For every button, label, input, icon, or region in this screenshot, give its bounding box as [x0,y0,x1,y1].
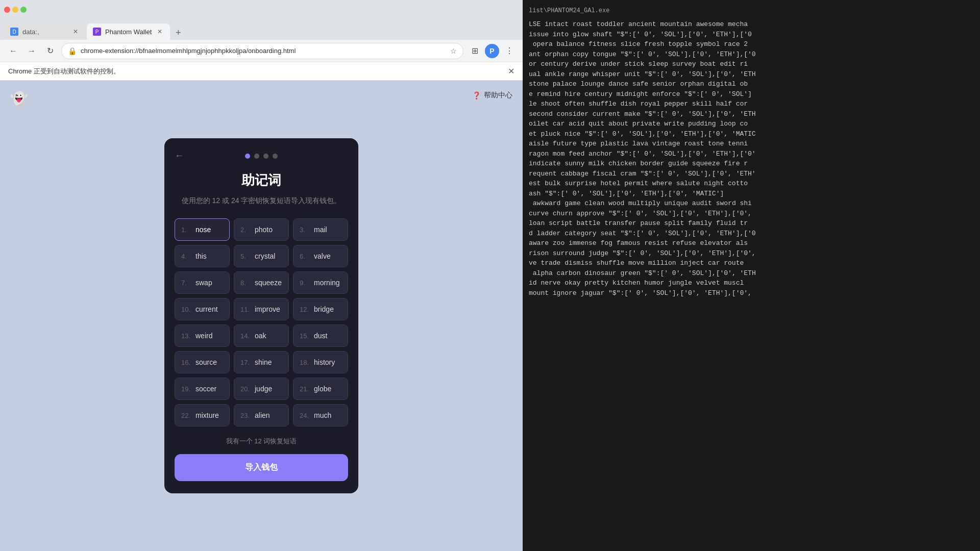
lock-icon: 🔒 [68,47,77,55]
seed-num-24: 24. [300,412,310,419]
help-center-link[interactable]: ❓ 帮助中心 [472,91,512,100]
seed-num-7: 7. [181,279,191,287]
progress-dots [245,154,278,159]
tab-phantom-favicon: P [93,28,101,36]
seed-cell-8[interactable]: 8.squeeze [234,271,289,294]
window-maximize-btn[interactable] [20,7,27,13]
seed-word-5: crystal [255,252,275,260]
seed-cell-5[interactable]: 5.crystal [234,245,289,267]
tab-phantom-close[interactable]: ✕ [156,28,164,36]
seed-cell-19[interactable]: 19.soccer [175,378,230,400]
seed-word-19: soccer [195,385,216,393]
seed-word-17: shine [255,358,272,366]
url-text: chrome-extension://bfnaelmomeimhlpmgjnjo… [81,47,446,55]
dot-4 [273,154,278,159]
forward-button[interactable]: → [24,44,39,58]
seed-cell-15[interactable]: 15.dust [293,324,348,347]
seed-cell-7[interactable]: 7.swap [175,271,230,294]
window-close-btn[interactable] [4,7,10,13]
notification-close-button[interactable]: ✕ [508,66,514,76]
seed-word-14: oak [255,332,266,340]
seed-word-10: current [195,305,218,313]
phantom-logo: 👻 [10,91,28,108]
back-button[interactable]: ← [6,44,20,58]
seed-cell-13[interactable]: 13.weird [175,324,230,347]
seed-word-7: swap [195,279,212,287]
seed-cell-1[interactable]: 1. [175,218,230,241]
extensions-button[interactable]: ⊞ [468,44,482,58]
notification-bar: Chrome 正受到自动测试软件的控制。 ✕ [0,62,523,81]
seed-cell-9[interactable]: 9.morning [293,271,348,294]
new-tab-button[interactable]: + [171,26,185,40]
title-bar [0,0,523,19]
seed-cell-3[interactable]: 3.mail [293,218,348,241]
wallet-modal: ← 助记词 使用您的 12 或 24 字密钥恢复短语导入现有钱包。 1.2.ph… [164,138,358,493]
tab-bar: D data:, ✕ P Phantom Wallet ✕ + [0,19,523,40]
seed-word-3: mail [314,226,327,234]
seed-cell-12[interactable]: 12.bridge [293,298,348,320]
tab-phantom-label: Phantom Wallet [105,28,152,36]
import-wallet-button[interactable]: 导入钱包 [175,454,348,481]
address-bar[interactable]: 🔒 chrome-extension://bfnaelmomeimhlpmgjn… [61,43,463,59]
seed-cell-4[interactable]: 4.this [175,245,230,267]
seed-num-4: 4. [181,253,191,260]
tab-data-close[interactable]: ✕ [71,28,80,36]
seed-word-16: source [195,358,217,366]
back-arrow-button[interactable]: ← [175,151,184,161]
omnibox-bar: ← → ↻ 🔒 chrome-extension://bfnaelmomeimh… [0,40,523,62]
switch-link[interactable]: 我有一个 12 词恢复短语 [175,437,348,446]
tab-data-favicon: D [10,28,18,36]
terminal-content: LSE intact roast toddler ancient mountai… [529,19,974,298]
seed-cell-22[interactable]: 22.mixture [175,404,230,427]
dot-1 [245,154,250,159]
seed-cell-24[interactable]: 24.much [293,404,348,427]
dot-2 [254,154,259,159]
seed-cell-16[interactable]: 16.source [175,351,230,373]
seed-word-21: globe [314,385,331,393]
tab-data[interactable]: D data:, ✕ [4,23,86,40]
seed-num-23: 23. [240,412,251,419]
toolbar-icons: ⊞ P ⋮ [468,44,517,58]
seed-num-6: 6. [300,253,310,260]
seed-input-1[interactable] [195,226,223,234]
seed-cell-20[interactable]: 20.judge [234,378,289,400]
seed-num-8: 8. [240,279,251,287]
seed-num-14: 14. [240,332,251,340]
seed-cell-11[interactable]: 11.improve [234,298,289,320]
phantom-ghost-icon: 👻 [10,91,28,108]
modal-header: ← [175,151,348,161]
window-minimize-btn[interactable] [12,7,18,13]
seed-word-24: much [314,411,331,419]
seed-num-18: 18. [300,359,310,366]
seed-num-21: 21. [300,385,310,393]
modal-title: 助记词 [175,171,348,189]
seed-num-2: 2. [240,226,251,234]
seed-cell-23[interactable]: 23.alien [234,404,289,427]
tab-phantom[interactable]: P Phantom Wallet ✕ [87,23,170,40]
browser-window: D data:, ✕ P Phantom Wallet ✕ + ← → ↻ 🔒 … [0,0,523,551]
seed-cell-14[interactable]: 14.oak [234,324,289,347]
seed-cell-2[interactable]: 2.photo [234,218,289,241]
seed-phrase-grid: 1.2.photo3.mail4.this5.crystal6.valve7.s… [175,218,348,427]
seed-cell-21[interactable]: 21.globe [293,378,348,400]
seed-word-15: dust [314,332,327,340]
seed-cell-18[interactable]: 18.history [293,351,348,373]
bookmark-icon[interactable]: ☆ [450,47,457,55]
terminal-window: list\PHANTOM24_GAl.exe LSE intact roast … [523,0,980,551]
seed-num-3: 3. [300,226,310,234]
seed-cell-10[interactable]: 10.current [175,298,230,320]
modal-subtitle: 使用您的 12 或 24 字密钥恢复短语导入现有钱包。 [175,195,348,206]
seed-num-1: 1. [181,226,191,234]
refresh-button[interactable]: ↻ [43,44,57,58]
seed-num-13: 13. [181,332,191,340]
window-controls [4,7,27,13]
seed-num-10: 10. [181,306,191,313]
seed-word-9: morning [314,279,340,287]
seed-cell-6[interactable]: 6.valve [293,245,348,267]
seed-cell-17[interactable]: 17.shine [234,351,289,373]
seed-word-6: valve [314,252,331,260]
seed-word-8: squeeze [255,279,282,287]
menu-button[interactable]: ⋮ [502,44,517,58]
profile-avatar[interactable]: P [485,44,499,58]
seed-num-22: 22. [181,412,191,419]
